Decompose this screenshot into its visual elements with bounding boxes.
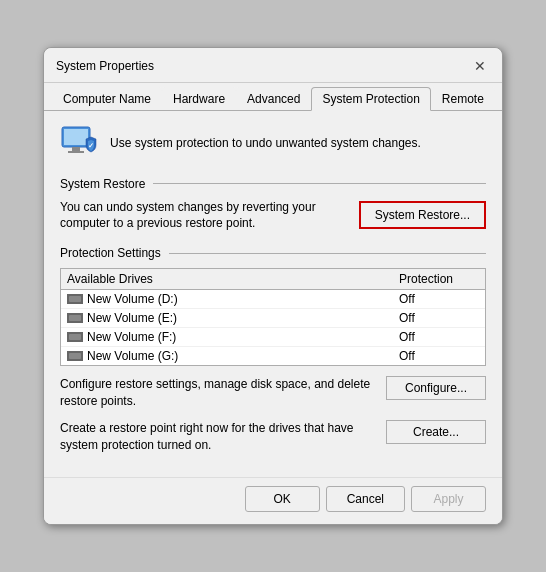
system-restore-title: System Restore	[60, 177, 486, 191]
ok-button[interactable]: OK	[245, 486, 320, 512]
restore-description: You can undo system changes by reverting…	[60, 199, 349, 233]
drives-table: Available Drives Protection New Volume (…	[60, 268, 486, 366]
tab-content: ✓ Use system protection to undo unwanted…	[44, 111, 502, 478]
title-bar: System Properties ✕	[44, 48, 502, 83]
drive-protection: Off	[399, 311, 479, 325]
tab-remote[interactable]: Remote	[431, 87, 495, 110]
svg-rect-2	[72, 147, 80, 151]
header-description: Use system protection to undo unwanted s…	[110, 136, 421, 150]
drive-name: New Volume (G:)	[87, 349, 399, 363]
drive-protection: Off	[399, 330, 479, 344]
system-restore-button[interactable]: System Restore...	[359, 201, 486, 229]
tab-hardware[interactable]: Hardware	[162, 87, 236, 110]
dialog-footer: OK Cancel Apply	[44, 477, 502, 524]
restore-row: You can undo system changes by reverting…	[60, 199, 486, 233]
system-properties-window: System Properties ✕ Computer Name Hardwa…	[43, 47, 503, 526]
drives-table-body[interactable]: New Volume (D:) Off New Volume (E:) Off …	[61, 290, 485, 365]
col-header-protection: Protection	[399, 272, 479, 286]
table-row: New Volume (D:) Off	[61, 290, 485, 309]
window-title: System Properties	[56, 59, 154, 73]
content-area: ✓ Use system protection to undo unwanted…	[44, 111, 502, 478]
close-button[interactable]: ✕	[470, 56, 490, 76]
cancel-button[interactable]: Cancel	[326, 486, 405, 512]
drive-icon	[67, 351, 83, 361]
configure-button[interactable]: Configure...	[386, 376, 486, 400]
svg-text:✓: ✓	[88, 142, 94, 149]
protection-settings-section: Protection Settings Available Drives Pro…	[60, 246, 486, 453]
apply-button[interactable]: Apply	[411, 486, 486, 512]
configure-row: Configure restore settings, manage disk …	[60, 376, 486, 410]
tab-system-protection[interactable]: System Protection	[311, 87, 430, 111]
computer-shield-icon: ✓	[60, 123, 100, 163]
tab-advanced[interactable]: Advanced	[236, 87, 311, 110]
create-row: Create a restore point right now for the…	[60, 420, 486, 454]
drives-table-header: Available Drives Protection	[61, 269, 485, 290]
create-button[interactable]: Create...	[386, 420, 486, 444]
svg-rect-3	[68, 151, 84, 153]
drive-icon	[67, 332, 83, 342]
drive-name: New Volume (D:)	[87, 292, 399, 306]
drive-protection: Off	[399, 292, 479, 306]
create-description: Create a restore point right now for the…	[60, 420, 376, 454]
col-header-drives: Available Drives	[67, 272, 399, 286]
tab-computer-name[interactable]: Computer Name	[52, 87, 162, 110]
drive-protection: Off	[399, 349, 479, 363]
drive-icon	[67, 313, 83, 323]
table-row: New Volume (G:) Off	[61, 347, 485, 365]
svg-rect-1	[64, 129, 88, 145]
table-row: New Volume (F:) Off	[61, 328, 485, 347]
table-row: New Volume (E:) Off	[61, 309, 485, 328]
header-section: ✓ Use system protection to undo unwanted…	[60, 123, 486, 163]
configure-description: Configure restore settings, manage disk …	[60, 376, 376, 410]
tabs-bar: Computer Name Hardware Advanced System P…	[44, 83, 502, 111]
system-restore-section: System Restore You can undo system chang…	[60, 177, 486, 233]
protection-settings-title: Protection Settings	[60, 246, 486, 260]
drive-name: New Volume (E:)	[87, 311, 399, 325]
drive-name: New Volume (F:)	[87, 330, 399, 344]
drive-icon	[67, 294, 83, 304]
